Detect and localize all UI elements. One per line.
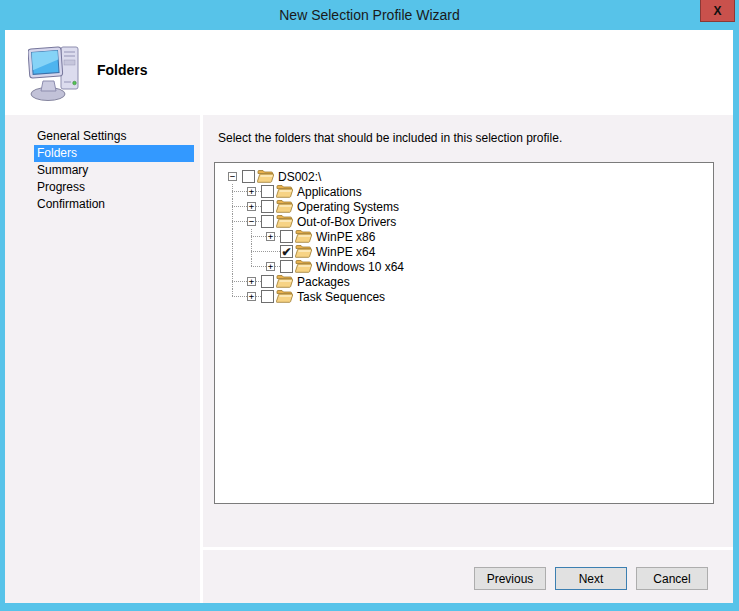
tree-row-task-sequences[interactable]: +Task Sequences [223, 289, 709, 304]
tree-row-packages[interactable]: +Packages [223, 274, 709, 289]
tree-guide [242, 229, 261, 244]
expand-icon[interactable]: + [242, 199, 261, 214]
tree-guide [261, 244, 280, 259]
close-icon: X [713, 5, 721, 17]
sidebar-item-general-settings[interactable]: General Settings [34, 128, 194, 145]
folder-icon [276, 275, 293, 288]
checkbox-unchecked[interactable] [261, 275, 274, 288]
checkbox-unchecked[interactable] [242, 170, 255, 183]
folder-icon [295, 230, 312, 243]
folder-icon [276, 290, 293, 303]
expand-icon[interactable]: + [242, 274, 261, 289]
folder-icon [257, 170, 274, 183]
tree-row-winpe-x64[interactable]: ✔WinPE x64 [223, 244, 709, 259]
checkbox-checked[interactable]: ✔ [280, 245, 293, 258]
instruction-text: Select the folders that should be includ… [218, 131, 562, 145]
tree-item-label: Out-of-Box Drivers [297, 215, 396, 229]
sidebar-item-summary[interactable]: Summary [34, 162, 194, 179]
expand-icon[interactable]: + [242, 289, 261, 304]
content-row: General SettingsFoldersSummaryProgressCo… [5, 115, 733, 603]
checkbox-unchecked[interactable] [261, 185, 274, 198]
wizard-header: Folders [5, 30, 733, 115]
tree-guide [242, 244, 261, 259]
tree-guide [223, 244, 242, 259]
tree-item-label: Applications [297, 185, 362, 199]
next-button[interactable]: Next [555, 567, 627, 590]
expand-icon[interactable]: + [242, 184, 261, 199]
footer-buttons: PreviousNextCancel [474, 567, 708, 590]
main-panel: Select the folders that should be includ… [203, 115, 733, 603]
tree-guide [223, 214, 242, 229]
tree-item-label: Windows 10 x64 [316, 260, 404, 274]
tree-guide [223, 229, 242, 244]
folder-icon [276, 215, 293, 228]
tree-item-label: DS002:\ [278, 170, 321, 184]
tree-guide [223, 184, 242, 199]
checkbox-unchecked[interactable] [261, 290, 274, 303]
collapse-icon[interactable]: − [223, 169, 242, 184]
collapse-icon[interactable]: − [242, 214, 261, 229]
sidebar-item-folders[interactable]: Folders [34, 145, 194, 162]
computer-icon [28, 43, 90, 103]
tree-guide [223, 274, 242, 289]
checkbox-unchecked[interactable] [261, 215, 274, 228]
tree-item-label: Packages [297, 275, 350, 289]
sidebar-nav: General SettingsFoldersSummaryProgressCo… [5, 115, 200, 603]
previous-button[interactable]: Previous [474, 567, 546, 590]
folder-icon [295, 260, 312, 273]
checkbox-unchecked[interactable] [280, 260, 293, 273]
tree-item-label: Task Sequences [297, 290, 385, 304]
folder-icon [295, 245, 312, 258]
tree-row-operating-systems[interactable]: +Operating Systems [223, 199, 709, 214]
tree-item-label: WinPE x64 [316, 245, 375, 259]
cancel-button[interactable]: Cancel [636, 567, 708, 590]
tree-item-label: WinPE x86 [316, 230, 375, 244]
tree-row-applications[interactable]: +Applications [223, 184, 709, 199]
tree-guide [223, 289, 242, 304]
close-button[interactable]: X [700, 0, 735, 22]
expand-icon[interactable]: + [261, 259, 280, 274]
window-title: New Selection Profile Wizard [279, 7, 460, 23]
sidebar-item-progress[interactable]: Progress [34, 179, 194, 196]
tree-row-windows-10-x64[interactable]: +Windows 10 x64 [223, 259, 709, 274]
folder-icon [276, 200, 293, 213]
dialog-body: Folders General SettingsFoldersSummaryPr… [5, 30, 733, 603]
page-title: Folders [97, 62, 148, 78]
tree-guide [223, 199, 242, 214]
expand-icon[interactable]: + [261, 229, 280, 244]
folder-tree: −DS002:\+Applications+Operating Systems−… [214, 162, 714, 504]
tree-row-ds002[interactable]: −DS002:\ [223, 169, 709, 184]
folder-icon [276, 185, 293, 198]
checkbox-unchecked[interactable] [261, 200, 274, 213]
sidebar-item-confirmation[interactable]: Confirmation [34, 196, 194, 213]
tree-guide [242, 259, 261, 274]
tree-row-winpe-x86[interactable]: +WinPE x86 [223, 229, 709, 244]
footer-divider [203, 547, 733, 550]
tree-guide [223, 259, 242, 274]
tree-item-label: Operating Systems [297, 200, 399, 214]
wizard-window: New Selection Profile Wizard X [0, 0, 739, 611]
checkbox-unchecked[interactable] [280, 230, 293, 243]
title-bar[interactable]: New Selection Profile Wizard [0, 0, 739, 30]
tree-row-out-of-box-drivers[interactable]: −Out-of-Box Drivers [223, 214, 709, 229]
